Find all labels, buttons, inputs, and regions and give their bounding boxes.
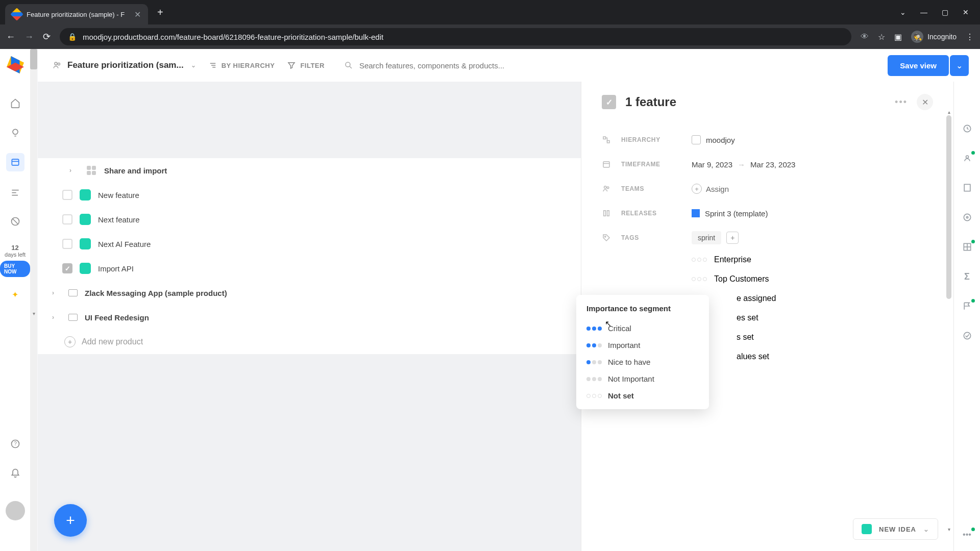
segment-item[interactable]: Enterprise	[692, 250, 933, 269]
field-timeframe[interactable]: TIMEFRAME Mar 9, 2023 → Mar 23, 2023	[602, 152, 933, 177]
checkbox-checked[interactable]	[62, 263, 72, 273]
new-tab-button[interactable]: +	[157, 7, 163, 18]
back-icon[interactable]: ←	[6, 32, 15, 42]
add-tag-button[interactable]: +	[726, 232, 739, 244]
field-releases[interactable]: RELEASES Sprint 3 (template)	[602, 201, 933, 226]
importance-option-important[interactable]: Important	[586, 337, 699, 354]
incognito-badge[interactable]: 🕵 Incognito	[911, 31, 957, 43]
checkbox[interactable]	[62, 190, 72, 200]
star-icon[interactable]: ☆	[878, 32, 885, 42]
scroll-down-icon[interactable]: ▾	[30, 309, 37, 317]
segment-name: Enterprise	[714, 255, 751, 264]
selection-check-icon[interactable]: ✓	[602, 95, 616, 109]
address-bar[interactable]: 🔒 moodjoy.productboard.com/feature-board…	[60, 28, 851, 45]
flag-icon[interactable]	[961, 300, 973, 312]
reload-icon[interactable]: ⟳	[43, 31, 51, 42]
by-hierarchy-button[interactable]: BY HIERARCHY	[208, 61, 275, 70]
save-view-dropdown[interactable]: ⌄	[950, 55, 969, 76]
feature-label: New feature	[98, 191, 139, 199]
option-label: Not Important	[608, 374, 654, 383]
filter-button[interactable]: FILTER	[287, 61, 325, 70]
user-avatar[interactable]	[6, 501, 25, 520]
check-circle-icon[interactable]	[961, 330, 973, 342]
fab-add-button[interactable]: +	[54, 504, 87, 537]
scroll-down-icon[interactable]: ▾	[946, 525, 951, 533]
left-sidebar: 12 days left BUY NOW ✦ ? ▴ ▾	[0, 49, 31, 551]
roadmap-icon[interactable]	[6, 183, 24, 201]
close-panel-button[interactable]: ✕	[917, 94, 933, 110]
assign-button[interactable]: + Assign	[692, 184, 729, 194]
importance-option-nice[interactable]: Nice to have	[586, 354, 699, 370]
teams-icon	[602, 184, 612, 193]
group-ui-feed[interactable]: › UI Feed Redesign	[38, 305, 581, 330]
search-box[interactable]	[337, 57, 875, 74]
help-icon[interactable]: ?	[6, 435, 24, 453]
target-icon[interactable]	[961, 211, 973, 223]
chevron-down-icon[interactable]: ⌄	[900, 8, 906, 16]
importance-option-not-important[interactable]: Not Important	[586, 370, 699, 387]
feature-row[interactable]: Next feature	[38, 207, 581, 232]
more-icon[interactable]: •••	[895, 97, 908, 108]
browser-tab-strip: Feature prioritization (sample) - F ✕ + …	[0, 0, 980, 24]
checkbox[interactable]	[62, 239, 72, 249]
search-input[interactable]	[359, 61, 868, 70]
sidebar-scrollbar[interactable]: ▴ ▾	[30, 49, 37, 551]
feature-row[interactable]: Next Al Feature	[38, 232, 581, 256]
eye-off-icon[interactable]: 👁	[861, 32, 869, 41]
new-idea-button[interactable]: NEW IDEA ⌄	[853, 518, 938, 540]
features-icon[interactable]	[6, 153, 24, 171]
view-title[interactable]: Feature prioritization (sam... ⌄	[52, 60, 196, 70]
sigma-icon[interactable]: Σ	[961, 270, 973, 283]
chevron-right-icon[interactable]: ›	[69, 167, 79, 174]
component-icon	[86, 165, 97, 176]
forward-icon[interactable]: →	[24, 32, 34, 42]
field-hierarchy[interactable]: HIERARCHY moodjoy	[602, 128, 933, 152]
more-rail-icon[interactable]: •••	[961, 529, 973, 541]
buy-now-button[interactable]: BUY NOW	[0, 261, 30, 277]
scroll-up-icon[interactable]: ▴	[946, 108, 951, 115]
field-label: TIMEFRAME	[621, 161, 682, 168]
people-icon[interactable]	[961, 152, 973, 164]
bell-icon[interactable]	[6, 464, 24, 483]
group-zlack[interactable]: › Zlack Messaging App (sample product)	[38, 281, 581, 305]
importance-option-critical[interactable]: Critical	[586, 320, 699, 337]
field-teams[interactable]: TEAMS + Assign	[602, 177, 933, 201]
close-window-icon[interactable]: ✕	[963, 8, 969, 16]
browser-tab[interactable]: Feature prioritization (sample) - F ✕	[5, 4, 148, 24]
minimize-icon[interactable]: ―	[920, 8, 927, 16]
home-icon[interactable]	[6, 94, 24, 112]
add-product-button[interactable]: + Add new product	[38, 330, 581, 354]
segment-item[interactable]: Top Customers	[692, 269, 933, 289]
chevron-right-icon[interactable]: ›	[52, 289, 61, 296]
feature-row-selected[interactable]: Import API	[38, 256, 581, 281]
tag-icon	[602, 233, 612, 242]
building-icon[interactable]	[961, 182, 973, 194]
maximize-icon[interactable]: ▢	[942, 8, 948, 16]
field-tags[interactable]: TAGS sprint +	[602, 226, 933, 250]
grid-icon[interactable]	[961, 241, 973, 253]
chevron-down-icon[interactable]: ⌄	[923, 525, 929, 533]
chevron-right-icon[interactable]: ›	[52, 314, 61, 321]
tab-close-icon[interactable]: ✕	[134, 10, 141, 19]
sparkle-icon[interactable]: ✦	[9, 288, 21, 300]
checkbox[interactable]	[62, 214, 72, 224]
portal-icon[interactable]	[6, 212, 24, 231]
tag-chip[interactable]: sprint	[692, 231, 721, 244]
panel-scrollbar[interactable]: ▴ ▾	[946, 115, 951, 525]
add-product-label: Add new product	[82, 337, 143, 346]
group-share-import[interactable]: › Share and import	[38, 158, 581, 183]
insights-icon[interactable]	[6, 123, 24, 142]
history-icon[interactable]	[961, 122, 973, 135]
feature-row[interactable]: New feature	[38, 183, 581, 207]
scroll-thumb[interactable]	[30, 49, 37, 69]
importance-option-not-set[interactable]: Not set	[586, 387, 699, 404]
trial-label: days left	[5, 252, 26, 258]
content: › Share and import New feature Next feat…	[38, 82, 980, 551]
kebab-menu-icon[interactable]: ⋮	[966, 32, 974, 42]
svg-point-25	[607, 187, 609, 189]
save-view-button[interactable]: Save view	[888, 55, 949, 76]
productboard-logo-icon[interactable]	[7, 56, 24, 73]
lock-icon: 🔒	[68, 33, 77, 41]
scroll-thumb[interactable]	[946, 115, 951, 299]
extensions-icon[interactable]: ▣	[894, 32, 902, 42]
